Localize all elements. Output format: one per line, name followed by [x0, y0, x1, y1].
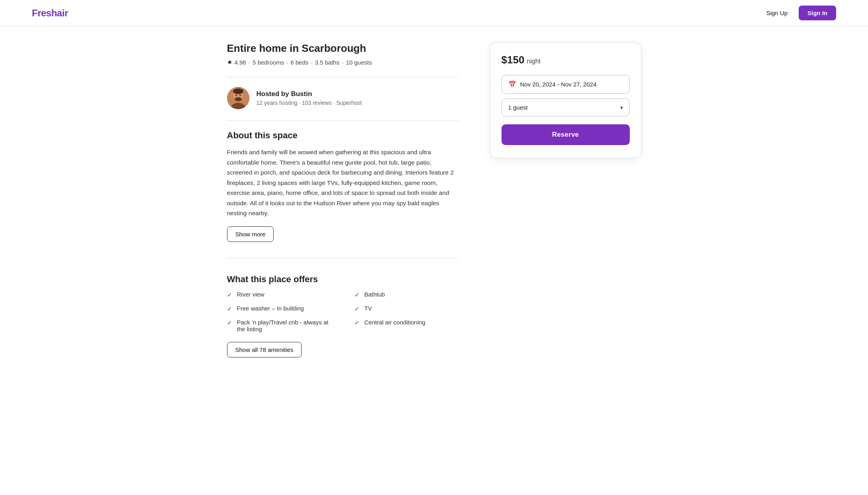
sign-up-button[interactable]: Sign Up	[762, 6, 792, 20]
check-icon: ✓	[355, 305, 360, 312]
guest-label: 1 guest	[508, 104, 528, 111]
svg-point-4	[235, 97, 242, 101]
calendar-icon: 📅	[508, 81, 516, 88]
host-reviews: 103 reviews	[302, 100, 332, 106]
host-info: Hosted by Bustin 12 years hosting · 103 …	[257, 90, 362, 106]
check-icon: ✓	[227, 319, 232, 326]
avatar	[227, 87, 249, 109]
sign-in-button[interactable]: Sign In	[799, 6, 836, 20]
star-icon: ★	[227, 59, 232, 66]
amenities-title: What this place offers	[227, 274, 458, 285]
divider-1	[227, 77, 458, 77]
check-icon: ✓	[355, 319, 360, 326]
host-name: Hosted by Bustin	[257, 90, 362, 98]
meta-separator-2: ·	[286, 59, 288, 66]
svg-point-6	[239, 94, 241, 96]
header: Freshair Sign Up Sign In	[0, 0, 868, 26]
header-actions: Sign Up Sign In	[762, 6, 836, 20]
about-title: About this space	[227, 130, 458, 141]
check-icon: ✓	[227, 305, 232, 312]
property-meta: ★ 4.98 · 5 bedrooms · 6 beds · 3.5 baths…	[227, 59, 458, 66]
amenity-item-river-view: ✓ River view	[227, 291, 331, 299]
divider-3	[227, 258, 458, 258]
amenity-label: TV	[364, 305, 372, 312]
amenities-section: What this place offers ✓ River view ✓ Ba…	[227, 274, 458, 358]
price-unit: night	[527, 58, 541, 65]
logo-text-fresh: Fresh	[32, 8, 57, 18]
svg-point-3	[233, 88, 243, 94]
amenity-label: Pack 'n play/Travel crib - always at the…	[237, 319, 331, 332]
reserve-button[interactable]: Reserve	[502, 124, 630, 145]
host-section: Hosted by Bustin 12 years hosting · 103 …	[227, 87, 458, 109]
logo: Freshair	[32, 8, 68, 19]
property-baths: 3.5 baths	[315, 59, 339, 66]
host-sep1: ·	[299, 100, 302, 106]
meta-separator-3: ·	[311, 59, 312, 66]
amenity-item-crib: ✓ Pack 'n play/Travel crib - always at t…	[227, 319, 331, 332]
content-area: Entire home in Scarborough ★ 4.98 · 5 be…	[227, 42, 458, 358]
amenity-label: Free washer – In building	[237, 305, 304, 312]
price: $150	[502, 54, 525, 66]
about-description: Friends and family will be wowed when ga…	[227, 147, 458, 218]
meta-separator-4: ·	[342, 59, 343, 66]
chevron-down-icon: ▾	[620, 104, 623, 111]
price-row: $150 night	[502, 54, 630, 66]
meta-separator-1: ·	[249, 59, 250, 66]
amenity-label: Central air conditioning	[364, 319, 425, 326]
show-more-button[interactable]: Show more	[227, 226, 274, 242]
property-title: Entire home in Scarborough	[227, 42, 458, 55]
amenity-item-ac: ✓ Central air conditioning	[355, 319, 458, 332]
property-bedrooms: 5 bedrooms	[253, 59, 284, 66]
host-details: 12 years hosting · 103 reviews · Superho…	[257, 100, 362, 106]
property-guests: 10 guests	[346, 59, 372, 66]
avatar-image	[227, 87, 249, 109]
amenities-grid: ✓ River view ✓ Bathtub ✓ Free washer – I…	[227, 291, 458, 332]
main-content: Entire home in Scarborough ★ 4.98 · 5 be…	[195, 26, 673, 373]
divider-2	[227, 120, 458, 121]
guest-select[interactable]: 1 guest ▾	[502, 98, 630, 116]
property-rating: 4.98	[235, 59, 246, 66]
host-years: 12 years hosting	[257, 100, 298, 106]
amenity-item-tv: ✓ TV	[355, 305, 458, 312]
amenity-item-washer: ✓ Free washer – In building	[227, 305, 331, 312]
amenity-item-bathtub: ✓ Bathtub	[355, 291, 458, 299]
check-icon: ✓	[355, 291, 360, 299]
host-superhost: Superhost	[336, 100, 362, 106]
about-section: About this space Friends and family will…	[227, 130, 458, 242]
check-icon: ✓	[227, 291, 232, 299]
booking-card: $150 night 📅 Nov 20, 2024 - Nov 27, 2024…	[490, 42, 641, 158]
date-label: Nov 20, 2024 - Nov 27, 2024	[520, 81, 597, 88]
property-beds: 6 beds	[290, 59, 308, 66]
amenity-label: River view	[237, 291, 265, 298]
svg-point-5	[235, 94, 237, 96]
date-input[interactable]: 📅 Nov 20, 2024 - Nov 27, 2024	[502, 75, 630, 94]
show-all-amenities-button[interactable]: Show all 78 amenities	[227, 342, 302, 358]
amenity-label: Bathtub	[364, 291, 385, 298]
logo-text-air: air	[57, 8, 68, 18]
